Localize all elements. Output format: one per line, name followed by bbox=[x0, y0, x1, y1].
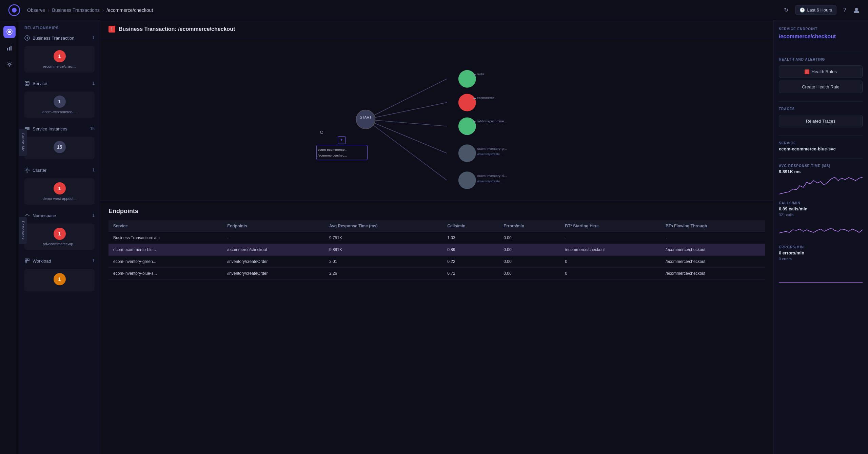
rp-calls-total: 321 calls bbox=[779, 213, 863, 217]
sidebar-group-bt-header[interactable]: Business Transaction 1 bbox=[19, 33, 100, 43]
svg-text:☁ ecommerce: ☁ ecommerce bbox=[473, 96, 495, 100]
rp-service-value[interactable]: ecom-ecommerce-blue-svc bbox=[779, 146, 863, 151]
cell-bt-starting[interactable]: /ecommerce/checkout bbox=[560, 244, 661, 256]
sidebar-workload-label: Workload bbox=[33, 259, 51, 264]
rp-divider-1 bbox=[779, 52, 863, 52]
sidebar-group-instances-header[interactable]: Service Instances 15 bbox=[19, 123, 100, 134]
sidebar-namespace-item[interactable]: 1 ad-ecommerce-ap... bbox=[24, 224, 95, 250]
table-row[interactable]: Business Transaction: /ec - 9.751K 1.03 … bbox=[108, 232, 765, 244]
cell-service[interactable]: ecom-ecommerce-blu... bbox=[108, 244, 222, 256]
rp-errors-label: Errors/min bbox=[779, 245, 863, 249]
col-calls: Calls/min bbox=[442, 220, 499, 232]
nav-analytics[interactable] bbox=[3, 42, 16, 54]
cell-errors: 0.00 bbox=[499, 268, 560, 280]
cell-errors: 0.00 bbox=[499, 232, 560, 244]
nav-settings[interactable] bbox=[3, 58, 16, 70]
rp-service-name[interactable]: /ecommerce/checkout bbox=[779, 34, 863, 40]
sidebar-cluster-item[interactable]: 1 demo-west-appdol... bbox=[24, 178, 95, 205]
cell-bt-flowing: - bbox=[661, 232, 765, 244]
svg-text:☁ redis: ☁ redis bbox=[473, 72, 484, 76]
rp-health-alerting-label: HEALTH AND ALERTING bbox=[779, 58, 863, 61]
sidebar-bt-item-label: /ecommerce/chec... bbox=[43, 64, 76, 68]
rp-divider-2 bbox=[779, 101, 863, 102]
svg-text:/inventory/create...: /inventory/create... bbox=[477, 180, 502, 183]
refresh-button[interactable]: ↻ bbox=[784, 7, 788, 13]
page-header-icon: ! bbox=[108, 26, 115, 33]
sidebar-namespace-label: Namespace bbox=[33, 213, 56, 218]
svg-point-42 bbox=[458, 171, 476, 189]
help-button[interactable]: ? bbox=[843, 7, 846, 13]
cell-endpoint[interactable]: /inventory/createOrder bbox=[222, 256, 324, 268]
app-logo[interactable] bbox=[8, 4, 20, 16]
cell-service[interactable]: ecom-inventory-green... bbox=[108, 256, 222, 268]
svg-point-2 bbox=[855, 8, 858, 11]
cell-bt-flowing[interactable]: /ecommerce/checkout bbox=[661, 256, 765, 268]
svg-rect-15 bbox=[25, 127, 29, 128]
errors-sparkline bbox=[779, 264, 863, 284]
sidebar-group-workload: Workload 1 1 bbox=[19, 255, 100, 294]
sidebar-bt-count: 1 bbox=[92, 36, 95, 40]
sidebar-cluster-count: 1 bbox=[92, 168, 95, 172]
user-button[interactable] bbox=[853, 7, 860, 14]
svg-rect-24 bbox=[27, 259, 29, 261]
cell-bt-flowing[interactable]: /ecommerce/checkout bbox=[661, 244, 765, 256]
health-rules-button[interactable]: ! Health Rules bbox=[779, 65, 863, 78]
sidebar-group-workload-header[interactable]: Workload 1 bbox=[19, 255, 100, 266]
rp-divider-4 bbox=[779, 158, 863, 159]
svg-line-29 bbox=[366, 120, 447, 153]
rp-divider-3 bbox=[779, 136, 863, 136]
nav-observe[interactable] bbox=[3, 26, 16, 38]
sidebar-cluster-label: Cluster bbox=[33, 168, 46, 173]
sidebar-service-item-label: ecom-ecommerce-... bbox=[42, 110, 77, 114]
rp-traces-label: TRACES bbox=[779, 107, 863, 111]
guide-me-tab[interactable]: Guide Me bbox=[19, 129, 27, 156]
create-health-rule-button[interactable]: Create Health Rule bbox=[779, 81, 863, 93]
svg-text:ecom-inventory-bl...: ecom-inventory-bl... bbox=[477, 174, 507, 178]
svg-point-18 bbox=[26, 169, 28, 171]
sidebar-service-count: 1 bbox=[92, 81, 95, 86]
rp-errors-value: 0 errors/min bbox=[779, 250, 863, 255]
cell-endpoint[interactable]: /inventory/createOrder bbox=[222, 268, 324, 280]
sidebar-instances-count: 15 bbox=[90, 126, 95, 131]
cell-errors: 0.00 bbox=[499, 244, 560, 256]
cell-service: Business Transaction: /ec bbox=[108, 232, 222, 244]
cell-avg-response: 2.01 bbox=[324, 256, 442, 268]
svg-line-26 bbox=[366, 79, 447, 120]
cell-bt-flowing[interactable]: /ecommerce/checkout bbox=[661, 268, 765, 280]
breadcrumb-current: /ecommerce/checkout bbox=[106, 7, 153, 13]
breadcrumb-bt[interactable]: Business Transactions bbox=[52, 7, 100, 13]
bt-icon bbox=[24, 35, 30, 41]
sidebar-workload-item[interactable]: 1 bbox=[24, 269, 95, 291]
sidebar-group-cluster-header[interactable]: Cluster 1 bbox=[19, 165, 100, 176]
svg-text:/ecommerce/chec...: /ecommerce/chec... bbox=[318, 153, 347, 157]
cell-service[interactable]: ecom-inventory-blue-s... bbox=[108, 268, 222, 280]
sidebar-service-item[interactable]: 1 ecom-ecommerce-... bbox=[24, 91, 95, 118]
endpoints-table: Service Endpoints Avg Response Time (ms)… bbox=[108, 220, 765, 280]
page-header: ! Business Transaction: /ecommerce/check… bbox=[100, 20, 773, 38]
svg-point-39 bbox=[458, 144, 476, 162]
breadcrumb: Observe › Business Transactions › /ecomm… bbox=[27, 7, 153, 13]
cell-avg-response: 9.751K bbox=[324, 232, 442, 244]
breadcrumb-sep1: › bbox=[48, 7, 50, 13]
sidebar-group-namespace-header[interactable]: Namespace 1 bbox=[19, 210, 100, 221]
related-traces-button[interactable]: Related Traces bbox=[779, 115, 863, 127]
breadcrumb-observe[interactable]: Observe bbox=[27, 7, 45, 13]
cell-calls: 0.89 bbox=[442, 244, 499, 256]
sidebar-service-label: Service bbox=[33, 81, 47, 86]
main-layout: Guide Me Feedback RELATIONSHIPS Business… bbox=[0, 20, 868, 454]
cell-bt-starting: 0 bbox=[560, 268, 661, 280]
cell-avg-response: 9.891K bbox=[324, 244, 442, 256]
cell-endpoint[interactable]: /ecommerce/checkout bbox=[222, 244, 324, 256]
svg-text:/inventory/create...: /inventory/create... bbox=[477, 152, 502, 156]
table-row[interactable]: ecom-inventory-blue-s... /inventory/crea… bbox=[108, 268, 765, 280]
sidebar-group-service-header[interactable]: Service 1 bbox=[19, 78, 100, 89]
table-row[interactable]: ecom-inventory-green... /inventory/creat… bbox=[108, 256, 765, 268]
table-row[interactable]: ecom-ecommerce-blu... /ecommerce/checkou… bbox=[108, 244, 765, 256]
sidebar-bt-item[interactable]: 1 /ecommerce/chec... bbox=[24, 46, 95, 73]
time-range-selector[interactable]: 🕐 Last 6 Hours bbox=[795, 5, 836, 15]
col-bt-starting: BT* Starting Here bbox=[560, 220, 661, 232]
sidebar-instances-label: Service Instances bbox=[33, 126, 67, 131]
sidebar-instances-item[interactable]: 15 bbox=[24, 137, 95, 159]
sidebar-group-namespace: Namespace 1 1 ad-ecommerce-ap... bbox=[19, 210, 100, 253]
feedback-tab[interactable]: Feedback bbox=[19, 217, 27, 244]
